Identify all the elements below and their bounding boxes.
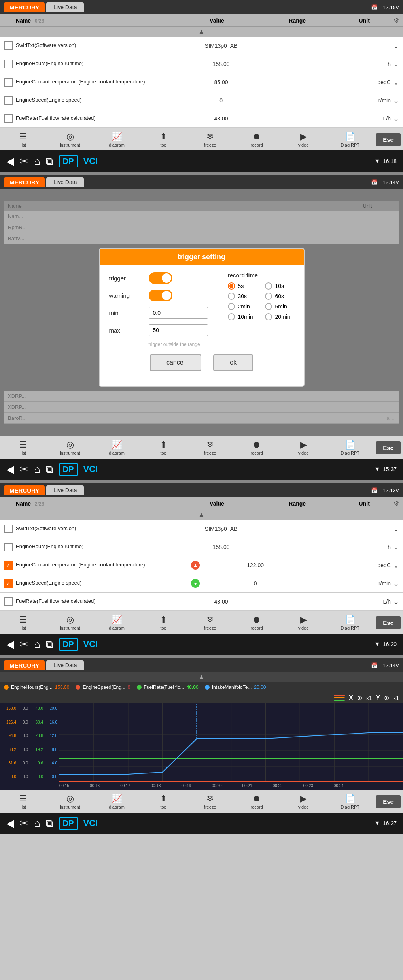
toolbar-top-4[interactable]: ⬆ top xyxy=(140,792,187,811)
dropdown-icon[interactable]: ⌄ xyxy=(393,597,399,606)
toolbar-record-3[interactable]: ⏺ record xyxy=(233,613,280,632)
live-data-tab-4[interactable]: Live Data xyxy=(46,660,84,670)
back-icon-2[interactable]: ◀ xyxy=(6,463,14,476)
rt-10s[interactable]: 10s xyxy=(265,282,294,290)
radio-5min[interactable] xyxy=(265,303,272,310)
rt-5s[interactable]: 5s xyxy=(228,282,257,290)
settings-icon-1[interactable]: ⚙ xyxy=(394,17,399,24)
checkbox-r3-s3[interactable] xyxy=(4,561,13,570)
scroll-up-4[interactable]: ▲ xyxy=(0,672,403,682)
scissors-icon-4[interactable]: ✂ xyxy=(20,817,28,830)
live-data-tab-2[interactable]: Live Data xyxy=(46,177,84,187)
radio-60s[interactable] xyxy=(265,293,272,300)
scissors-icon-3[interactable]: ✂ xyxy=(20,638,28,651)
radio-30s[interactable] xyxy=(228,293,235,300)
copy-icon-4[interactable]: ⧉ xyxy=(46,817,53,830)
toolbar-instrument-2[interactable]: ◎ instrument xyxy=(47,438,93,457)
radio-10min[interactable] xyxy=(228,313,235,320)
toolbar-record-4[interactable]: ⏺ record xyxy=(233,792,280,811)
rt-2min[interactable]: 2min xyxy=(228,303,257,310)
back-icon-1[interactable]: ◀ xyxy=(6,155,14,167)
toolbar-video-3[interactable]: ▶ video xyxy=(280,613,327,632)
rt-20min[interactable]: 20min xyxy=(265,313,294,320)
back-icon-3[interactable]: ◀ xyxy=(6,638,14,651)
copy-icon-1[interactable]: ⧉ xyxy=(46,155,53,167)
esc-button-1[interactable]: Esc xyxy=(376,133,401,146)
radio-5s[interactable] xyxy=(228,282,235,290)
checkbox-r1-s1[interactable] xyxy=(4,41,13,50)
toolbar-freeze-2[interactable]: ❄ freeze xyxy=(187,438,233,457)
toolbar-top-1[interactable]: ⬆ top xyxy=(140,130,187,149)
toolbar-video-4[interactable]: ▶ video xyxy=(280,792,327,811)
checkbox-r3-s1[interactable] xyxy=(4,78,13,87)
radio-10s[interactable] xyxy=(265,282,272,290)
settings-icon-3[interactable]: ⚙ xyxy=(394,500,399,507)
radio-20min[interactable] xyxy=(265,313,272,320)
esc-button-4[interactable]: Esc xyxy=(376,795,401,808)
home-icon-3[interactable]: ⌂ xyxy=(34,638,40,651)
toolbar-video-1[interactable]: ▶ video xyxy=(280,130,327,149)
dropdown-icon[interactable]: ⌄ xyxy=(393,543,399,551)
home-icon-4[interactable]: ⌂ xyxy=(34,817,40,830)
copy-icon-3[interactable]: ⧉ xyxy=(46,638,53,651)
toolbar-record-2[interactable]: ⏺ record xyxy=(233,438,280,457)
dropdown-icon[interactable]: ⌄ xyxy=(393,78,399,87)
lines-button[interactable] xyxy=(334,695,345,701)
live-data-tab-3[interactable]: Live Data xyxy=(46,485,84,495)
toolbar-instrument-3[interactable]: ◎ instrument xyxy=(47,613,93,632)
home-icon-2[interactable]: ⌂ xyxy=(34,463,40,476)
dropdown-icon[interactable]: ⌄ xyxy=(393,561,399,570)
trigger-toggle[interactable] xyxy=(149,272,172,284)
checkbox-r5-s3[interactable] xyxy=(4,597,13,606)
back-icon-4[interactable]: ◀ xyxy=(6,817,14,830)
scissors-icon-1[interactable]: ✂ xyxy=(20,155,28,167)
dropdown-icon[interactable]: ⌄ xyxy=(393,60,399,68)
radio-2min[interactable] xyxy=(228,303,235,310)
toolbar-diagram-4[interactable]: 📈 diagram xyxy=(93,792,140,811)
esc-button-2[interactable]: Esc xyxy=(376,441,401,454)
warning-toggle[interactable] xyxy=(149,290,172,301)
dropdown-icon[interactable]: ⌄ xyxy=(393,41,399,50)
rt-30s[interactable]: 30s xyxy=(228,293,257,300)
toolbar-list-2[interactable]: ☰ list xyxy=(0,438,47,457)
toolbar-diagrpt-1[interactable]: 📄 Diag RPT xyxy=(327,130,373,149)
rt-10min[interactable]: 10min xyxy=(228,313,257,320)
toolbar-top-3[interactable]: ⬆ top xyxy=(140,613,187,632)
zoom-in-y-icon[interactable]: ⊕ xyxy=(384,694,389,702)
toolbar-video-2[interactable]: ▶ video xyxy=(280,438,327,457)
rt-60s[interactable]: 60s xyxy=(265,293,294,300)
toolbar-diagrpt-3[interactable]: 📄 Diag RPT xyxy=(327,613,373,632)
rt-5min[interactable]: 5min xyxy=(265,303,294,310)
copy-icon-2[interactable]: ⧉ xyxy=(46,463,53,476)
scroll-up-3[interactable]: ▲ xyxy=(0,510,403,520)
ok-button[interactable]: ok xyxy=(213,354,253,371)
scissors-icon-2[interactable]: ✂ xyxy=(20,463,28,476)
toolbar-freeze-1[interactable]: ❄ freeze xyxy=(187,130,233,149)
cancel-button[interactable]: cancel xyxy=(150,354,201,371)
checkbox-r2-s1[interactable] xyxy=(4,60,13,68)
checkbox-r4-s1[interactable] xyxy=(4,96,13,105)
toolbar-diagrpt-4[interactable]: 📄 Diag RPT xyxy=(327,792,373,811)
home-icon-1[interactable]: ⌂ xyxy=(34,155,40,167)
max-input[interactable] xyxy=(149,324,208,336)
live-data-tab-1[interactable]: Live Data xyxy=(46,2,84,12)
dropdown-icon[interactable]: ⌄ xyxy=(393,96,399,105)
min-input[interactable] xyxy=(149,307,208,319)
toolbar-diagram-1[interactable]: 📈 diagram xyxy=(93,130,140,149)
dropdown-icon[interactable]: ⌄ xyxy=(393,579,399,588)
esc-button-3[interactable]: Esc xyxy=(376,616,401,629)
toolbar-diagrpt-2[interactable]: 📄 Diag RPT xyxy=(327,438,373,457)
toolbar-freeze-4[interactable]: ❄ freeze xyxy=(187,792,233,811)
toolbar-list-1[interactable]: ☰ list xyxy=(0,130,47,149)
toolbar-list-3[interactable]: ☰ list xyxy=(0,613,47,632)
dropdown-icon[interactable]: ⌄ xyxy=(393,525,399,533)
toolbar-freeze-3[interactable]: ❄ freeze xyxy=(187,613,233,632)
toolbar-diagram-2[interactable]: 📈 diagram xyxy=(93,438,140,457)
scroll-up-1[interactable]: ▲ xyxy=(0,27,403,37)
toolbar-instrument-4[interactable]: ◎ instrument xyxy=(47,792,93,811)
toolbar-list-4[interactable]: ☰ list xyxy=(0,792,47,811)
checkbox-r4-s3[interactable] xyxy=(4,579,13,588)
checkbox-r5-s1[interactable] xyxy=(4,114,13,123)
dropdown-icon[interactable]: ⌄ xyxy=(393,114,399,123)
toolbar-record-1[interactable]: ⏺ record xyxy=(233,130,280,149)
